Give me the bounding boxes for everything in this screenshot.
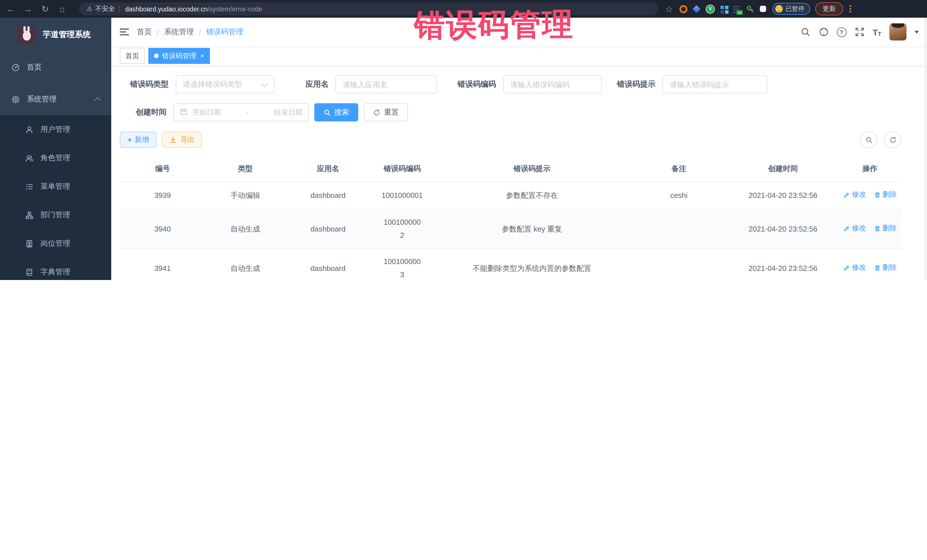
font-size-icon[interactable]: TT bbox=[872, 27, 881, 37]
reset-button[interactable]: 重置 bbox=[364, 103, 408, 121]
error-code-table: 编号 类型 应用名 错误码编码 错误码提示 备注 创建时间 操作 3939 bbox=[120, 156, 901, 280]
edit-link[interactable]: 修改 bbox=[843, 188, 866, 201]
extensions-puzzle-icon[interactable] bbox=[759, 5, 767, 13]
avatar[interactable] bbox=[889, 23, 906, 41]
pencil-icon bbox=[843, 225, 850, 232]
paused-label: 已暂停 bbox=[786, 5, 804, 13]
extension-icon-gem[interactable] bbox=[693, 5, 701, 13]
fullscreen-icon[interactable] bbox=[854, 27, 865, 37]
chevron-down-icon bbox=[261, 80, 268, 87]
table-toolbar: + 新增 导出 bbox=[120, 131, 901, 148]
avatar-caret-icon[interactable] bbox=[915, 30, 919, 33]
extension-icon-key[interactable] bbox=[746, 5, 754, 13]
col-hint: 错误码提示 bbox=[433, 156, 631, 182]
tag-home[interactable]: 首页 bbox=[120, 48, 145, 64]
url-path: /system/error-code bbox=[208, 5, 263, 12]
users-icon bbox=[25, 154, 33, 162]
plus-icon: + bbox=[127, 135, 132, 144]
browser-extensions-area: ☆ V on 已暂停 更新 bbox=[664, 2, 854, 15]
add-button[interactable]: + 新增 bbox=[120, 132, 156, 148]
browser-update-button[interactable]: 更新 bbox=[815, 2, 843, 15]
screen: ← → ↻ ⌂ ⚠ 不安全 dashboard.yudao.iocoder.cn… bbox=[0, 0, 927, 280]
warning-icon: ⚠ bbox=[87, 5, 93, 12]
col-id: 编号 bbox=[120, 156, 205, 182]
delete-link[interactable]: 删除 bbox=[874, 261, 897, 274]
sidebar-menu: 首页 系统管理 用户管理 角色管理 菜单管理 bbox=[0, 51, 111, 280]
error-hint-input[interactable] bbox=[662, 75, 767, 94]
sidebar-item-menus[interactable]: 菜单管理 bbox=[0, 172, 111, 201]
delete-link[interactable]: 删除 bbox=[874, 188, 897, 201]
profile-emoji-icon bbox=[775, 5, 783, 12]
col-type: 类型 bbox=[205, 156, 285, 182]
badge-icon bbox=[25, 239, 33, 248]
sidebar-item-posts[interactable]: 岗位管理 bbox=[0, 229, 111, 258]
error-code-label: 错误码编码 bbox=[457, 79, 496, 90]
export-button[interactable]: 导出 bbox=[162, 132, 202, 148]
col-created: 创建时间 bbox=[727, 156, 839, 182]
trash-icon bbox=[874, 264, 881, 271]
sidebar-item-departments[interactable]: 部门管理 bbox=[0, 201, 111, 229]
pencil-icon bbox=[843, 191, 850, 198]
search-icon bbox=[865, 136, 872, 143]
search-icon[interactable] bbox=[800, 27, 810, 37]
tag-error-code[interactable]: 错误码管理 × bbox=[148, 48, 210, 64]
create-time-label: 创建时间 bbox=[136, 107, 167, 117]
breadcrumb-home[interactable]: 首页 bbox=[137, 27, 152, 37]
sidebar-item-roles[interactable]: 角色管理 bbox=[0, 144, 111, 172]
app-title: 芋道管理系统 bbox=[43, 30, 91, 40]
delete-link[interactable]: 删除 bbox=[874, 222, 897, 235]
profile-paused-badge[interactable]: 已暂停 bbox=[772, 3, 810, 15]
toggle-search-button[interactable] bbox=[860, 131, 877, 148]
security-label[interactable]: 不安全 bbox=[95, 5, 115, 13]
end-date-placeholder: 结束日期 bbox=[274, 108, 302, 117]
bookmark-star-icon[interactable]: ☆ bbox=[664, 4, 674, 14]
hamburger-icon[interactable] bbox=[120, 27, 129, 37]
browser-back-icon[interactable]: ← bbox=[2, 4, 20, 14]
app-logo-row[interactable]: 芋道管理系统 bbox=[0, 18, 111, 51]
col-code: 错误码编码 bbox=[371, 156, 433, 182]
scrollbar[interactable] bbox=[924, 18, 927, 280]
col-app: 应用名 bbox=[285, 156, 371, 182]
search-button[interactable]: 搜索 bbox=[314, 103, 358, 121]
col-actions: 操作 bbox=[839, 156, 901, 182]
gear-icon bbox=[11, 95, 20, 103]
error-code-input[interactable] bbox=[503, 75, 602, 94]
sidebar-item-users[interactable]: 用户管理 bbox=[0, 115, 111, 144]
help-icon[interactable]: ? bbox=[837, 27, 846, 37]
trash-icon bbox=[874, 191, 881, 198]
edit-link[interactable]: 修改 bbox=[843, 261, 866, 274]
list-icon bbox=[25, 182, 33, 191]
search-icon bbox=[324, 109, 331, 116]
github-icon[interactable] bbox=[818, 27, 828, 37]
close-icon[interactable]: × bbox=[200, 52, 204, 59]
extension-icon-list[interactable]: on bbox=[733, 5, 741, 13]
extension-icon-grid[interactable] bbox=[720, 5, 728, 13]
browser-home-icon[interactable]: ⌂ bbox=[54, 4, 71, 14]
table-row: 3940 自动生成 dashboard 1001000002 参数配置 key … bbox=[120, 209, 901, 249]
extension-icon-orange[interactable] bbox=[679, 5, 687, 13]
app-name-input[interactable] bbox=[336, 75, 437, 94]
dashboard-icon bbox=[11, 63, 20, 71]
browser-reload-icon[interactable]: ↻ bbox=[36, 4, 54, 14]
breadcrumb-system[interactable]: 系统管理 bbox=[164, 27, 194, 37]
error-type-select[interactable]: 请选择错误码类型 bbox=[175, 75, 274, 94]
trash-icon bbox=[874, 225, 881, 232]
refresh-table-button[interactable] bbox=[884, 131, 901, 148]
app-logo bbox=[17, 25, 36, 44]
sidebar-item-home[interactable]: 首页 bbox=[0, 51, 111, 83]
sidebar-item-dictionary[interactable]: 字典管理 bbox=[0, 258, 111, 280]
start-date-placeholder: 开始日期 bbox=[192, 108, 221, 117]
sidebar-item-system[interactable]: 系统管理 bbox=[0, 83, 111, 115]
edit-link[interactable]: 修改 bbox=[843, 222, 866, 235]
org-tree-icon bbox=[25, 211, 33, 219]
create-time-range-picker[interactable]: 开始日期 - 结束日期 bbox=[173, 103, 308, 121]
sidebar: 芋道管理系统 首页 系统管理 用户管理 角色管理 bbox=[0, 18, 111, 280]
refresh-icon bbox=[373, 109, 380, 116]
table-row: 3941 自动生成 dashboard 1001000003 不能删除类型为系统… bbox=[120, 249, 901, 280]
refresh-icon bbox=[889, 136, 897, 143]
extension-icon-green-v[interactable]: V bbox=[706, 4, 715, 14]
filter-row-2: 创建时间 开始日期 - 结束日期 搜索 bbox=[120, 103, 901, 121]
browser-forward-icon[interactable]: → bbox=[20, 4, 36, 14]
browser-menu-icon[interactable] bbox=[849, 5, 851, 12]
user-icon bbox=[25, 125, 33, 134]
